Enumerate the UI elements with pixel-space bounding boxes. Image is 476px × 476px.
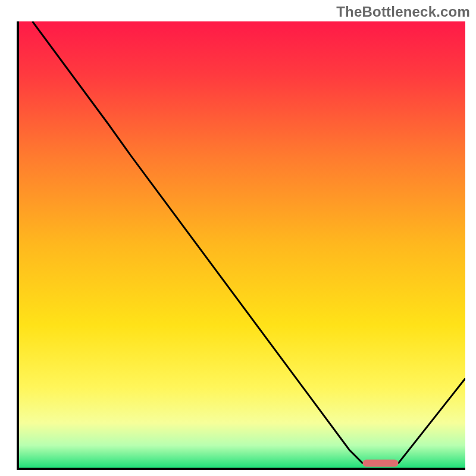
- gradient-svg: [19, 21, 465, 468]
- gradient-rect: [19, 21, 465, 468]
- gradient-background: [19, 21, 465, 468]
- y-axis: [17, 21, 19, 470]
- watermark-text: TheBottleneck.com: [336, 4, 470, 20]
- x-axis: [17, 468, 465, 470]
- plot-area: [17, 21, 465, 470]
- chart-frame: TheBottleneck.com: [0, 0, 476, 476]
